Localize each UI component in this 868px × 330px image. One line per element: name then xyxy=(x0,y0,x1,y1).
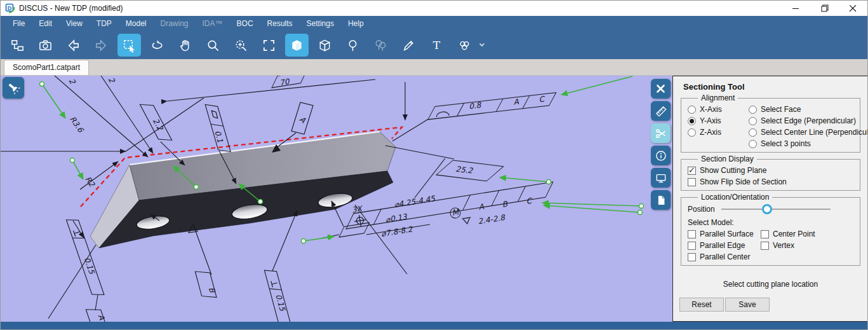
menu-model[interactable]: Model xyxy=(119,16,154,31)
radio-select-3-points[interactable]: Select 3 points xyxy=(749,139,867,148)
zoom-tool-button[interactable] xyxy=(201,34,225,57)
radio-x-axis[interactable]: X-Axis xyxy=(688,105,749,114)
menu-tdp[interactable]: TDP xyxy=(90,16,119,31)
back-arrow-button[interactable] xyxy=(62,34,85,57)
monitor-icon xyxy=(655,172,667,184)
rotate-tool-button[interactable] xyxy=(145,34,169,57)
forward-arrow-button xyxy=(90,34,113,57)
close-panel-button[interactable] xyxy=(651,79,671,99)
notes-document-button[interactable] xyxy=(651,190,671,210)
wireframe-view-button[interactable] xyxy=(313,34,337,57)
text-annotation-tool-button[interactable]: T xyxy=(425,34,448,57)
menu-boc[interactable]: BOC xyxy=(230,16,260,31)
document-icon xyxy=(655,194,667,207)
window-title: DISCUS - New TDP (modified) xyxy=(19,4,782,13)
sectioning-tool-panel: Sectioning Tool Alignment X-Axis Select … xyxy=(672,76,867,322)
pan-hand-tool-button[interactable] xyxy=(173,34,197,57)
markup-pencil-tool-button[interactable] xyxy=(397,34,420,57)
viewport-area: 22R3.6R22.20.170A0.8AC25.23X⌀4.25-4.45⌀0… xyxy=(1,76,867,322)
svg-text:25.2: 25.2 xyxy=(455,165,474,175)
titlebar: D DISCUS - New TDP (modified) xyxy=(1,1,867,16)
display-settings-button[interactable] xyxy=(651,168,671,188)
menubar: File Edit View TDP Model Drawing IDA™ BO… xyxy=(1,16,867,31)
radio-y-axis[interactable]: Y-Axis xyxy=(688,116,749,125)
minimize-button[interactable] xyxy=(782,1,810,16)
tabbar: ScomoPart1.catpart xyxy=(1,59,867,76)
section-display-group: Section Display Show Cutting Plane Show … xyxy=(681,159,860,191)
flashlight-tool-button[interactable] xyxy=(3,77,24,99)
radio-z-axis[interactable]: Z-Axis xyxy=(688,128,749,137)
svg-text:T: T xyxy=(433,39,441,52)
app-logo-icon: D xyxy=(5,3,15,13)
info-icon xyxy=(655,149,667,162)
select-tool-button[interactable] xyxy=(117,34,141,57)
select-model-label: Select Model: xyxy=(688,218,855,227)
menu-drawing: Drawing xyxy=(154,16,196,31)
position-slider-thumb[interactable] xyxy=(762,204,772,214)
menu-file[interactable]: File xyxy=(6,16,32,31)
fit-view-button[interactable] xyxy=(257,34,281,57)
checkbox-show-flip-side[interactable]: Show Flip Side of Section xyxy=(688,177,855,186)
alignment-group: Alignment X-Axis Select Face Y-Axis Sele… xyxy=(681,98,860,153)
model-tree-button[interactable] xyxy=(6,34,29,57)
render-options-dropdown-caret[interactable] xyxy=(478,39,486,51)
checkbox-parallel-edge[interactable]: Parallel Edge xyxy=(688,241,761,250)
panel-title: Sectioning Tool xyxy=(673,76,867,95)
location-legend: Location/Orientation xyxy=(698,193,772,202)
checkbox-show-cutting-plane[interactable]: Show Cutting Plane xyxy=(688,166,855,175)
toolbar: T xyxy=(1,31,867,59)
sectioning-tool-button[interactable] xyxy=(651,123,671,143)
location-orientation-group: Location/Orientation Position Select Mod… xyxy=(681,197,860,266)
menu-view[interactable]: View xyxy=(59,16,90,31)
ruler-icon xyxy=(655,105,667,118)
save-button[interactable]: Save xyxy=(725,298,770,312)
menu-ida: IDA™ xyxy=(196,16,230,31)
model-viewport-canvas[interactable]: 22R3.6R22.20.170A0.8AC25.23X⌀4.25-4.45⌀0… xyxy=(1,76,672,322)
balloon-tool-button[interactable] xyxy=(341,34,364,57)
radio-select-face[interactable]: Select Face xyxy=(749,105,867,114)
document-tab[interactable]: ScomoPart1.catpart xyxy=(4,60,89,75)
statusbar xyxy=(1,322,867,330)
menu-results[interactable]: Results xyxy=(260,16,300,31)
restore-button[interactable] xyxy=(810,1,839,16)
radio-select-center-line[interactable]: Select Center Line (Perpendicular) xyxy=(749,128,867,137)
section-side-toolbar xyxy=(650,76,672,212)
screenshot-camera-button[interactable] xyxy=(34,34,57,57)
app-window: D DISCUS - New TDP (modified) File Edit … xyxy=(0,0,868,330)
measure-ruler-button[interactable] xyxy=(651,101,671,121)
section-display-legend: Section Display xyxy=(698,155,757,163)
menu-settings[interactable]: Settings xyxy=(300,16,341,31)
position-label: Position xyxy=(688,205,715,214)
checkbox-center-point[interactable]: Center Point xyxy=(761,230,855,238)
zoom-window-tool-button[interactable] xyxy=(229,34,253,57)
scissors-icon xyxy=(655,127,667,140)
shaded-view-button[interactable] xyxy=(285,34,309,57)
menu-edit[interactable]: Edit xyxy=(32,16,59,31)
status-message: Select cutting plane location xyxy=(673,280,867,289)
svg-text:D: D xyxy=(8,5,12,11)
checkbox-parallel-center[interactable]: Parallel Center xyxy=(688,252,761,261)
alignment-legend: Alignment xyxy=(698,93,738,102)
checkbox-vertex[interactable]: Vertex xyxy=(761,241,855,250)
close-button[interactable] xyxy=(839,1,867,16)
svg-text:0.8: 0.8 xyxy=(469,100,483,111)
position-slider[interactable] xyxy=(721,204,831,214)
multi-balloon-tool-button xyxy=(369,34,392,57)
flashlight-icon xyxy=(6,81,20,95)
menu-help[interactable]: Help xyxy=(341,16,371,31)
info-button[interactable] xyxy=(651,146,671,165)
radio-select-edge[interactable]: Select Edge (Perpendicular) xyxy=(749,116,867,125)
checkbox-parallel-surface[interactable]: Parallel Surface xyxy=(688,230,761,238)
reset-button[interactable]: Reset xyxy=(679,298,724,312)
position-slider-track[interactable] xyxy=(721,209,831,210)
render-options-button[interactable] xyxy=(453,34,476,57)
